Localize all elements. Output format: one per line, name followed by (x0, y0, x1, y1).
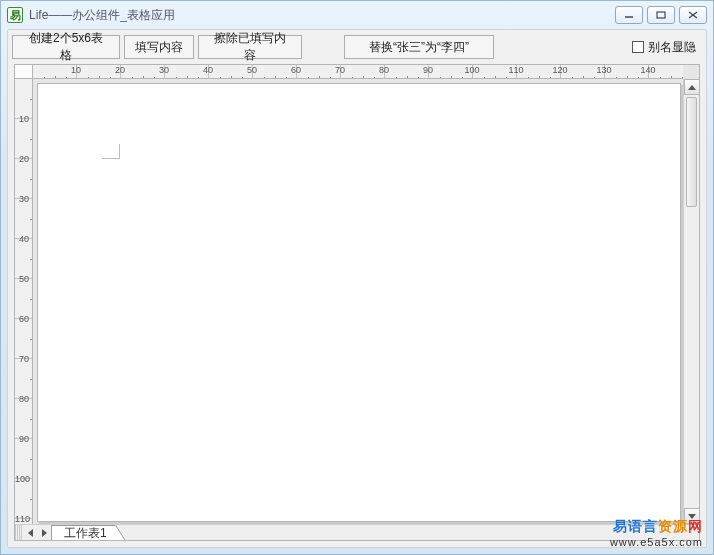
vruler-tick: 100 (15, 439, 33, 479)
scroll-up-button[interactable] (684, 79, 700, 95)
vertical-scrollbar (683, 79, 699, 524)
hruler-tick: 70 (297, 65, 341, 79)
minimize-button[interactable] (615, 6, 643, 24)
tab-nav-prev[interactable] (23, 525, 37, 541)
hruler-tick: 100 (429, 65, 473, 79)
vertical-scroll-thumb[interactable] (686, 97, 697, 207)
app-icon: 易 (7, 7, 23, 23)
tabbar-grip[interactable] (15, 525, 23, 541)
vruler-tick: 110 (15, 479, 33, 519)
hruler-tick: 130 (561, 65, 605, 79)
vruler-tick: 60 (15, 279, 33, 319)
close-button[interactable] (679, 6, 707, 24)
fill-content-button[interactable]: 填写内容 (124, 35, 194, 59)
sheet-tab-label: 工作表1 (64, 525, 107, 542)
vruler-tick: 90 (15, 399, 33, 439)
vruler-tick: 30 (15, 159, 33, 199)
hruler-tick: 140 (605, 65, 649, 79)
horizontal-ruler: 102030405060708090100110120130140150160 (33, 65, 683, 79)
vruler-tick: 40 (15, 199, 33, 239)
vruler-tick: 70 (15, 319, 33, 359)
tab-nav-next[interactable] (37, 525, 51, 541)
maximize-button[interactable] (647, 6, 675, 24)
cursor-caret (102, 144, 120, 159)
vertical-ruler: 102030405060708090100110 (15, 79, 33, 524)
hruler-tick: 90 (385, 65, 429, 79)
create-tables-button[interactable]: 创建2个5x6表格 (12, 35, 120, 59)
toolbar: 创建2个5x6表格 填写内容 擦除已填写内容 替换“张三”为“李四” 别名显隐 (8, 30, 706, 64)
chevron-down-icon (688, 514, 696, 519)
chevron-right-icon (42, 529, 47, 537)
checkbox-icon (632, 41, 644, 53)
clear-content-button[interactable]: 擦除已填写内容 (198, 35, 302, 59)
hruler-tick: 60 (253, 65, 297, 79)
titlebar: 易 Life——办公组件_表格应用 (1, 1, 713, 29)
alias-toggle-label: 别名显隐 (648, 39, 696, 56)
chevron-left-icon (28, 529, 33, 537)
window-title: Life——办公组件_表格应用 (29, 7, 175, 24)
hruler-tick: 110 (473, 65, 517, 79)
hruler-tick: 150 (649, 65, 683, 79)
chevron-up-icon (688, 85, 696, 90)
hruler-tick: 120 (517, 65, 561, 79)
svg-rect-1 (657, 12, 665, 18)
vruler-tick-label: 110 (15, 514, 29, 524)
page-viewport (33, 79, 683, 524)
client-area: 创建2个5x6表格 填写内容 擦除已填写内容 替换“张三”为“李四” 别名显隐 … (7, 29, 707, 548)
hruler-tick: 10 (33, 65, 77, 79)
scroll-down-button[interactable] (684, 508, 700, 524)
workbook: 102030405060708090100110120130140150160 … (14, 64, 700, 541)
page-canvas[interactable] (37, 83, 681, 522)
alias-toggle[interactable]: 别名显隐 (632, 39, 702, 56)
sheet-tab-active[interactable]: 工作表1 (51, 525, 116, 541)
vruler-tick: 80 (15, 359, 33, 399)
vruler-tick: 20 (15, 119, 33, 159)
replace-name-button[interactable]: 替换“张三”为“李四” (344, 35, 494, 59)
vruler-tick: 10 (15, 79, 33, 119)
hruler-tick: 30 (121, 65, 165, 79)
select-all-corner[interactable] (15, 65, 33, 79)
window-root: 易 Life——办公组件_表格应用 创建2个5x6表格 填写内容 擦除已填写内容… (0, 0, 714, 555)
hruler-tick: 50 (209, 65, 253, 79)
vruler-tick: 50 (15, 239, 33, 279)
hruler-tick: 40 (165, 65, 209, 79)
sheet-tab-bar: 工作表1 (15, 524, 699, 540)
hruler-tick: 80 (341, 65, 385, 79)
hruler-tick: 20 (77, 65, 121, 79)
window-controls (615, 6, 707, 24)
